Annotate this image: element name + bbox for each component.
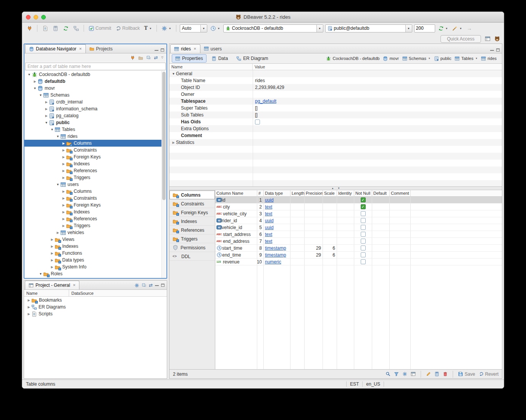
property-row-owner[interactable]: Owner: [169, 91, 502, 98]
twisty-icon[interactable]: ▶: [50, 265, 55, 269]
property-row-statistics[interactable]: ▶Statistics: [169, 139, 502, 146]
twisty-icon[interactable]: ▶: [61, 142, 66, 145]
table-row-start-address[interactable]: ABCstart_address6text: [215, 231, 502, 238]
splitter-sash[interactable]: ▲ ▼: [169, 187, 502, 190]
sync-connection-button[interactable]: [61, 24, 70, 32]
data-type-link[interactable]: uuid: [265, 225, 274, 230]
property-value[interactable]: rides: [253, 78, 502, 83]
data-type-link[interactable]: numeric: [265, 259, 281, 265]
combo-arrow-icon[interactable]: ▼: [200, 25, 207, 32]
twisty-icon[interactable]: ▶: [44, 114, 49, 118]
property-row-table-name[interactable]: Table Namerides: [169, 77, 502, 84]
open-declaration-button[interactable]: [72, 24, 80, 32]
column-header-default[interactable]: Default: [372, 190, 390, 196]
tree-item-defaultdb[interactable]: ▶defaultdb: [24, 78, 166, 85]
save-button[interactable]: Save: [458, 372, 475, 377]
property-row-comment[interactable]: Comment: [169, 132, 502, 139]
side-tab-columns[interactable]: Columns: [169, 191, 215, 199]
property-value[interactable]: []: [253, 112, 502, 118]
minimize-panel-icon[interactable]: [155, 285, 159, 286]
property-row-tablespace[interactable]: Tablespacepg_default: [169, 98, 502, 105]
breadcrumb-item-cockroachdb-defaultdb[interactable]: CockroachDB - defaultdb: [326, 56, 379, 61]
revert-button[interactable]: Revert: [479, 372, 499, 377]
minimize-panel-icon[interactable]: [155, 50, 158, 51]
close-tab-icon[interactable]: ✕: [73, 283, 76, 287]
transaction-settings-button[interactable]: ▼: [160, 24, 173, 32]
property-value[interactable]: []: [253, 105, 502, 111]
twisty-icon[interactable]: ▶: [55, 231, 60, 234]
link-with-editor-icon[interactable]: ⇄: [154, 55, 158, 60]
tab-database-navigator[interactable]: Database Navigator ✕: [25, 44, 86, 53]
table-row-rider-id[interactable]: idrider_id4uuid: [215, 217, 502, 224]
gear-icon[interactable]: [134, 283, 139, 288]
tree-item-triggers[interactable]: ▶Triggers: [24, 174, 166, 181]
not-null-checkbox[interactable]: [361, 246, 366, 250]
property-value-link[interactable]: pg_default: [255, 99, 276, 104]
tree-item-system-info[interactable]: ▶System Info: [24, 263, 166, 270]
property-row-sub-tables[interactable]: Sub Tables[]: [169, 111, 502, 118]
column-header-identity[interactable]: Identity: [337, 190, 354, 196]
twisty-icon[interactable]: ▶: [26, 312, 31, 316]
tree-item-vehicles[interactable]: ▶vehicles: [24, 229, 166, 236]
side-tab-triggers[interactable]: Triggers: [169, 234, 215, 243]
scrollbar-thumb[interactable]: [162, 72, 166, 200]
maximize-panel-icon[interactable]: [161, 48, 164, 52]
table-row-end-address[interactable]: ABCend_address7text: [215, 238, 502, 245]
subtab-er-diagram[interactable]: ER Diagram: [233, 54, 271, 63]
has-oids-checkbox[interactable]: [255, 120, 260, 124]
twisty-icon[interactable]: ▶: [61, 149, 66, 152]
property-value[interactable]: pg_default: [253, 99, 502, 104]
not-null-checkbox[interactable]: [361, 218, 366, 223]
twisty-icon[interactable]: ▼: [38, 94, 43, 97]
not-null-checkbox[interactable]: [361, 225, 366, 230]
zoom-window-button[interactable]: [41, 15, 46, 19]
minimize-window-button[interactable]: [34, 15, 38, 19]
property-value[interactable]: [253, 120, 502, 124]
data-type-link[interactable]: timestamp: [265, 252, 286, 258]
tree-item-information-schema[interactable]: ▶information_schema: [24, 105, 166, 112]
twisty-icon[interactable]: ▶: [61, 176, 66, 179]
view-menu-icon[interactable]: ▽: [161, 56, 163, 59]
twisty-icon[interactable]: ▶: [61, 217, 66, 221]
collapse-all-icon[interactable]: [146, 55, 151, 60]
property-row-super-tables[interactable]: Super Tables[]: [169, 105, 502, 111]
new-folder-icon[interactable]: [138, 55, 143, 60]
not-null-checkbox[interactable]: [361, 232, 366, 237]
search-icon[interactable]: [386, 372, 390, 376]
not-null-checkbox[interactable]: [361, 239, 366, 244]
twisty-icon[interactable]: ▶: [61, 197, 66, 200]
tree-item-roles[interactable]: ▼Roles: [24, 270, 166, 277]
twisty-icon[interactable]: ▶: [171, 141, 176, 144]
connection-combo[interactable]: CockroachDB - defaultdb ▼: [223, 24, 323, 32]
tree-item-functions[interactable]: ▶Functions: [24, 250, 166, 257]
open-perspective-icon[interactable]: [485, 36, 491, 42]
twisty-icon[interactable]: ▼: [55, 183, 60, 186]
breadcrumb-item-movr[interactable]: movr: [383, 56, 399, 61]
twisty-icon[interactable]: ▶: [61, 190, 66, 193]
column-header-comment[interactable]: Comment: [390, 190, 411, 196]
navigator-scrollbar[interactable]: [161, 71, 166, 278]
sql-editor-button[interactable]: [41, 24, 49, 32]
tree-item-references[interactable]: ▶References: [24, 167, 166, 174]
chevron-down-icon[interactable]: ▼: [428, 57, 431, 60]
column-header-scale[interactable]: Scale: [323, 190, 337, 196]
column-header-[interactable]: #: [257, 190, 264, 196]
not-null-checkbox[interactable]: [361, 211, 366, 216]
twisty-icon[interactable]: ▼: [171, 72, 176, 76]
side-tab-references[interactable]: References: [169, 226, 215, 234]
new-sql-editor-button[interactable]: [51, 24, 60, 32]
tree-item-columns[interactable]: ▶Columns: [24, 188, 166, 195]
property-value[interactable]: 2,293,998,429: [253, 85, 502, 90]
column-header-name[interactable]: Name: [24, 290, 69, 296]
tree-item-views[interactable]: ▶Views: [24, 236, 166, 243]
tree-item-constraints[interactable]: ▶Constraints: [24, 195, 166, 202]
breadcrumb-item-public[interactable]: public: [434, 56, 452, 61]
tree-item-data-types[interactable]: ▶Data types: [24, 257, 166, 263]
twisty-icon[interactable]: ▶: [50, 238, 55, 241]
twisty-icon[interactable]: ▶: [50, 258, 55, 262]
editor-tab-users[interactable]: users: [200, 44, 225, 53]
data-type-link[interactable]: uuid: [265, 218, 274, 223]
link-with-editor-icon[interactable]: ⇄: [149, 283, 153, 288]
table-row-end-time[interactable]: end_time9timestamp296: [215, 252, 502, 258]
connect-icon[interactable]: [130, 55, 135, 60]
